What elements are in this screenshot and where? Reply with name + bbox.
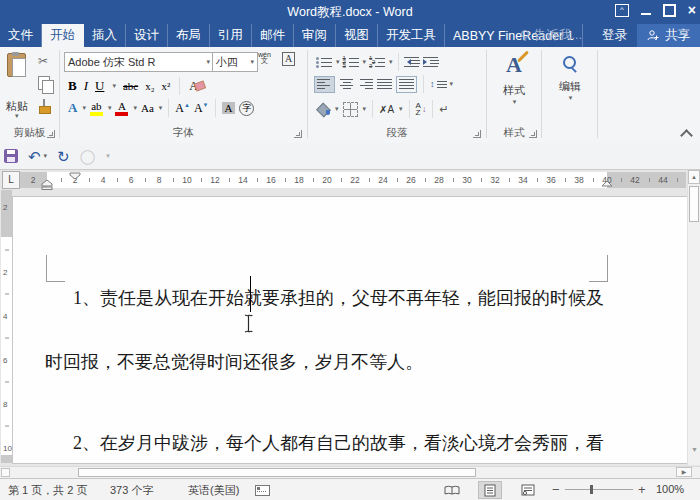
- share-button[interactable]: 共享: [637, 24, 700, 47]
- font-dialog-launcher[interactable]: [294, 130, 302, 138]
- justify-button[interactable]: [377, 78, 392, 91]
- zoom-slider-track[interactable]: [565, 489, 633, 490]
- italic-button[interactable]: I: [84, 78, 88, 94]
- character-shading-button[interactable]: A: [222, 102, 236, 114]
- scroll-right-icon[interactable]: ▶: [676, 467, 692, 477]
- doc-line-1[interactable]: 1、责任是从现在开始就要承担的，父母不再年轻，能回报的时候及: [73, 286, 604, 310]
- zoom-slider-thumb[interactable]: [590, 485, 593, 494]
- read-mode-button[interactable]: [440, 481, 464, 499]
- text-effects-button[interactable]: A: [68, 100, 77, 116]
- asian-layout-button[interactable]: ✗A: [379, 104, 394, 115]
- align-center-button[interactable]: [339, 78, 354, 91]
- print-layout-button[interactable]: [478, 481, 502, 499]
- line-spacing-button[interactable]: ↕▾: [430, 78, 453, 91]
- hanging-indent-marker[interactable]: [41, 179, 53, 190]
- paste-dropdown[interactable]: ▾: [15, 112, 19, 120]
- enclose-characters-button[interactable]: 字: [239, 101, 254, 116]
- doc-line-2[interactable]: 时回报，不要总觉得时间还很多，岁月不等人。: [45, 350, 423, 374]
- tab-layout[interactable]: 布局: [168, 24, 210, 47]
- underline-button[interactable]: U: [95, 78, 104, 94]
- tab-file[interactable]: 文件: [0, 24, 42, 47]
- cut-icon[interactable]: ✂: [38, 54, 48, 68]
- tab-review[interactable]: 审阅: [294, 24, 336, 47]
- horizontal-ruler[interactable]: 2 24681012141618202224262830323436384042…: [20, 172, 686, 188]
- zoom-in-button[interactable]: +: [638, 482, 646, 497]
- hscroll-left-box[interactable]: [1, 468, 10, 477]
- word-count[interactable]: 373 个字: [110, 483, 153, 498]
- vertical-scroll-thumb[interactable]: [689, 186, 699, 222]
- phonetic-guide-button[interactable]: wén 文: [258, 52, 271, 64]
- font-size-combo[interactable]: 小四▾: [212, 52, 258, 72]
- tab-references[interactable]: 引用: [210, 24, 252, 47]
- font-color-button[interactable]: A: [115, 101, 128, 116]
- sort-button[interactable]: AZ↓: [416, 102, 427, 116]
- horizontal-scrollbar[interactable]: ▶: [0, 466, 700, 478]
- clipboard-dialog-launcher[interactable]: [47, 130, 55, 138]
- horizontal-scroll-thumb[interactable]: [78, 468, 476, 477]
- shading-dropdown[interactable]: ▾: [335, 105, 339, 113]
- scroll-down-icon[interactable]: ▼: [691, 446, 698, 453]
- format-painter-icon[interactable]: [37, 99, 51, 113]
- asian-layout-dropdown[interactable]: ▾: [399, 105, 403, 113]
- tab-mailings[interactable]: 邮件: [252, 24, 294, 47]
- paste-button[interactable]: [7, 53, 26, 77]
- show-hide-marks-button[interactable]: ↵: [439, 103, 448, 116]
- grow-font-button[interactable]: A▲: [175, 101, 190, 116]
- styles-button[interactable]: A 样式 ▾: [495, 53, 533, 106]
- page-indicator[interactable]: 第 1 页，共 2 页: [8, 483, 87, 498]
- paragraph-dialog-launcher[interactable]: [473, 130, 481, 138]
- tab-view[interactable]: 视图: [336, 24, 378, 47]
- bold-button[interactable]: B: [68, 78, 77, 94]
- document-page[interactable]: [13, 197, 687, 463]
- tab-insert[interactable]: 插入: [84, 24, 126, 47]
- customize-qat-icon[interactable]: ▾: [106, 152, 110, 160]
- increase-indent-icon[interactable]: [423, 56, 439, 68]
- vertical-scrollbar[interactable]: ▲ ▼: [687, 170, 700, 465]
- zoom-out-button[interactable]: −: [552, 482, 560, 497]
- tab-selector[interactable]: L: [2, 171, 20, 189]
- superscript-button[interactable]: x²: [162, 80, 171, 92]
- shading-bucket-icon[interactable]: [316, 103, 330, 115]
- shrink-font-button[interactable]: A▼: [194, 101, 209, 116]
- scroll-up-icon[interactable]: ▲: [688, 170, 700, 184]
- sign-in-button[interactable]: 登录: [592, 27, 637, 44]
- multilevel-dropdown[interactable]: ▾: [389, 58, 393, 66]
- highlight-dropdown[interactable]: ▾: [108, 104, 112, 112]
- undo-button[interactable]: ↶▾: [28, 149, 47, 164]
- font-name-combo[interactable]: Adobe 仿宋 Std R▾: [64, 52, 214, 72]
- borders-icon[interactable]: [343, 102, 358, 117]
- align-left-button[interactable]: [314, 76, 335, 93]
- font-color-dropdown[interactable]: ▾: [133, 104, 137, 112]
- strikethrough-button[interactable]: abc: [123, 80, 138, 92]
- numbering-icon[interactable]: 123: [343, 57, 359, 67]
- editing-button[interactable]: 编辑 ▾: [552, 55, 588, 102]
- first-line-indent-marker[interactable]: [69, 172, 81, 180]
- character-border-button[interactable]: A: [282, 52, 295, 66]
- tab-developer[interactable]: 开发工具: [378, 24, 445, 47]
- web-layout-button[interactable]: [516, 481, 540, 499]
- minimize-button[interactable]: [641, 13, 651, 15]
- language-indicator[interactable]: 英语(美国): [188, 483, 239, 498]
- underline-dropdown[interactable]: ▾: [112, 82, 116, 90]
- borders-dropdown[interactable]: ▾: [363, 105, 367, 113]
- bullets-dropdown[interactable]: ▾: [336, 58, 340, 66]
- maximize-button[interactable]: [663, 4, 676, 17]
- redo-button[interactable]: ↻: [57, 149, 70, 164]
- subscript-button[interactable]: x₂: [145, 80, 154, 92]
- multilevel-list-icon[interactable]: 123: [369, 57, 385, 67]
- ribbon-display-options-icon[interactable]: ^: [615, 4, 629, 17]
- highlight-button[interactable]: ab: [90, 101, 103, 116]
- copy-icon[interactable]: [38, 76, 50, 90]
- vertical-ruler[interactable]: 2 246810: [1, 190, 12, 463]
- change-case-button[interactable]: Aa: [141, 102, 154, 114]
- collapse-ribbon-icon[interactable]: [680, 129, 693, 142]
- numbering-dropdown[interactable]: ▾: [363, 58, 367, 66]
- change-case-dropdown[interactable]: ▾: [159, 104, 163, 112]
- save-icon[interactable]: [4, 149, 18, 163]
- distribute-button[interactable]: [396, 76, 417, 93]
- decrease-indent-icon[interactable]: [404, 56, 420, 68]
- right-indent-marker[interactable]: [601, 180, 613, 188]
- zoom-level[interactable]: 100%: [656, 483, 684, 495]
- tab-home[interactable]: 开始: [42, 24, 84, 47]
- doc-line-3[interactable]: 2、在岁月中跋涉，每个人都有自己的故事，看淡心境才会秀丽，看: [73, 431, 604, 455]
